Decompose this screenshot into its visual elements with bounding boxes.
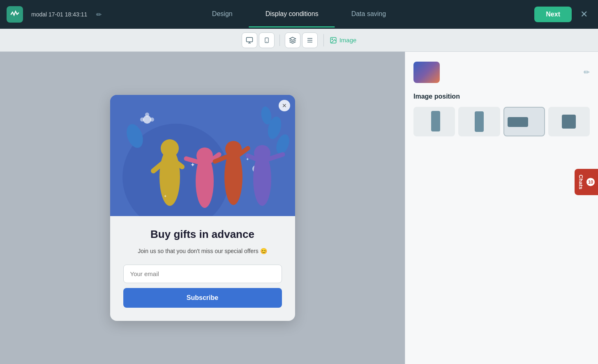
modal-title: modal 17-01 18:43:11 [31, 11, 87, 18]
next-button[interactable]: Next [534, 7, 572, 22]
device-toggle-group [242, 32, 275, 48]
logo [7, 6, 23, 23]
image-thumbnail [413, 62, 440, 83]
main-area: ✕ [0, 52, 598, 364]
chat-badge: 10 [586, 178, 595, 186]
nav-tabs: Design Display conditions Data saving [196, 0, 402, 29]
paint-tool-button[interactable] [285, 32, 300, 48]
modal-preview-close[interactable]: ✕ [279, 100, 290, 111]
mobile-view-button[interactable] [259, 32, 275, 48]
tab-design[interactable]: Design [196, 0, 249, 29]
svg-rect-0 [246, 37, 252, 42]
email-input[interactable] [123, 265, 282, 283]
edit-title-icon[interactable]: ✏ [96, 11, 102, 18]
svg-point-17 [145, 113, 149, 117]
svg-point-9 [332, 39, 332, 39]
modal-preview: ✕ [110, 95, 295, 321]
tab-display-conditions[interactable]: Display conditions [249, 0, 335, 29]
header-right: Next ✕ [534, 7, 591, 22]
toolbar-divider-2 [323, 34, 324, 46]
svg-text:✦: ✦ [246, 157, 249, 161]
modal-headline: Buy gifts in advance [123, 228, 282, 241]
desktop-view-button[interactable] [242, 32, 257, 48]
position-option-left[interactable] [413, 107, 455, 136]
toolbar-separator [279, 35, 280, 46]
panel-image-row: ✏ [413, 62, 590, 83]
chat-label: Chats [578, 175, 584, 189]
position-option-center-left[interactable] [458, 107, 500, 136]
close-button[interactable]: ✕ [577, 7, 591, 22]
chat-button[interactable]: 10 Chats [575, 169, 598, 195]
edit-image-icon[interactable]: ✏ [584, 68, 590, 77]
svg-point-18 [150, 117, 154, 122]
subscribe-button[interactable]: Subscribe [123, 288, 282, 308]
canvas: ✕ [0, 52, 405, 364]
tool-group [285, 32, 318, 48]
modal-body: Buy gifts in advance Join us so that you… [110, 216, 295, 321]
toolbar: Image [0, 29, 598, 52]
image-position-title: Image position [413, 93, 590, 100]
modal-image-area: ✦ ✦ ✦ [110, 95, 295, 216]
svg-text:✦: ✦ [190, 161, 195, 168]
right-panel: ✏ Image position [405, 52, 598, 364]
layers-button[interactable] [302, 32, 318, 48]
position-option-small[interactable] [548, 107, 590, 136]
header: modal 17-01 18:43:11 ✏ Design Display co… [0, 0, 598, 29]
svg-text:✦: ✦ [164, 194, 167, 198]
tab-data-saving[interactable]: Data saving [335, 0, 403, 29]
image-position-grid [413, 107, 590, 136]
svg-point-22 [161, 139, 179, 157]
svg-point-19 [140, 117, 144, 122]
modal-subtext: Join us so that you don't miss our speci… [123, 247, 282, 256]
thumb-image [413, 62, 440, 83]
position-option-top[interactable] [503, 107, 545, 136]
image-panel-label: Image [330, 37, 357, 44]
